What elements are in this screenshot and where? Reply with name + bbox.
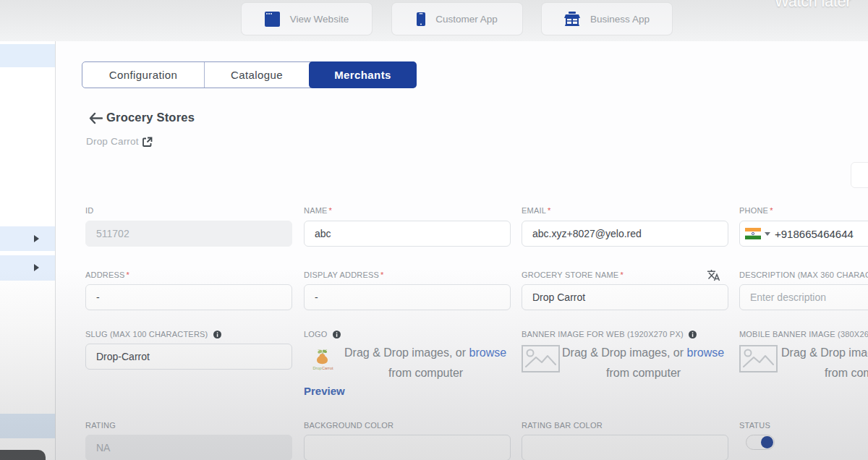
svg-text:Carrot: Carrot (322, 366, 333, 370)
svg-text:Drop: Drop (313, 366, 322, 370)
